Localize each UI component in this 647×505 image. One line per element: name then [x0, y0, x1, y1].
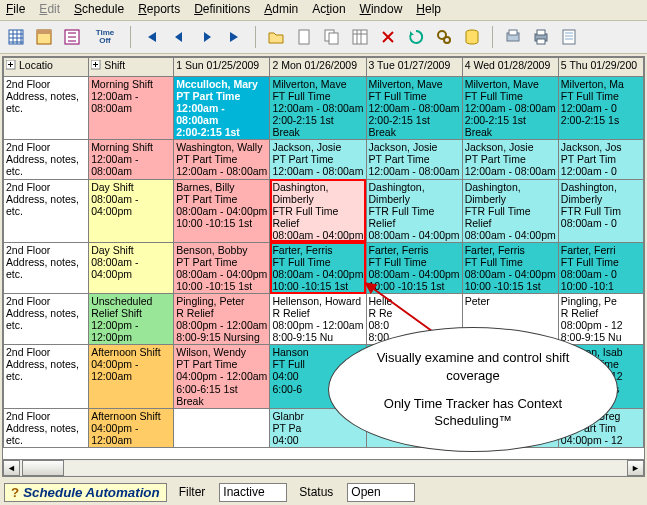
location-cell[interactable]: 2nd FloorAddress, notes,etc. — [4, 345, 89, 408]
menu-help[interactable]: Help — [416, 2, 441, 16]
location-cell[interactable]: 2nd FloorAddress, notes,etc. — [4, 294, 89, 345]
svg-point-9 — [444, 37, 450, 43]
filter-input[interactable] — [219, 483, 287, 502]
print-icon[interactable] — [529, 25, 553, 49]
shift-cell[interactable]: Unscheduled Relief Shift12:00pm -12:00pm — [89, 294, 174, 345]
assignment-cell[interactable]: Pingling, PeR Relief08:00pm - 128:00-9:1… — [558, 294, 643, 345]
assignment-cell[interactable]: Farter, FerrisFT Full Time08:00am - 04:0… — [462, 242, 558, 293]
toolbar-separator — [130, 26, 131, 48]
scroll-thumb[interactable] — [22, 460, 64, 476]
folder-open-icon[interactable] — [264, 25, 288, 49]
col-header-day-5[interactable]: 5 Thu 01/29/200 — [558, 58, 643, 77]
assignment-cell[interactable]: Milverton, MaFT Full Time12:00am - 02:00… — [558, 77, 643, 140]
calendar-month-icon[interactable] — [60, 25, 84, 49]
menu-edit[interactable]: Edit — [39, 2, 60, 16]
expand-icon[interactable] — [6, 60, 16, 70]
toolbar-separator — [492, 26, 493, 48]
assignment-cell[interactable]: Benson, BobbyPT Part Time08:00am - 04:00… — [174, 242, 270, 293]
calendar-grid-icon[interactable] — [4, 25, 28, 49]
assignment-cell[interactable]: Dashington,DimberlyFTR Full Tim08:00am -… — [558, 179, 643, 242]
menu-schedule[interactable]: Schedule — [74, 2, 124, 16]
shift-cell[interactable]: Day Shift08:00am -04:00pm — [89, 242, 174, 293]
menu-admin[interactable]: Admin — [264, 2, 298, 16]
col-header-day-1[interactable]: 1 Sun 01/25/2009 — [174, 58, 270, 77]
assignment-cell[interactable]: Wilson, WendyPT Part Time04:00pm - 12:00… — [174, 345, 270, 408]
assignment-cell[interactable]: Mcculloch, MaryPT Part Time12:00am - 08:… — [174, 77, 270, 140]
assignment-cell[interactable]: Milverton, MaveFT Full Time12:00am - 08:… — [366, 77, 462, 140]
nav-prev-icon[interactable] — [167, 25, 191, 49]
col-header-shift[interactable]: Shift — [89, 58, 174, 77]
assignment-cell[interactable]: Milverton, MaveFT Full Time12:00am - 08:… — [270, 77, 366, 140]
scroll-track[interactable] — [20, 461, 627, 475]
col-header-location[interactable]: Locatio — [4, 58, 89, 77]
menu-definitions[interactable]: Definitions — [194, 2, 250, 16]
assignment-cell[interactable] — [174, 408, 270, 447]
menubar: File Edit Schedule Reports Definitions A… — [0, 0, 647, 21]
schedule-grid-container: Locatio Shift 1 Sun 01/25/2009 2 Mon 01/… — [2, 56, 645, 460]
copy-icon[interactable] — [320, 25, 344, 49]
menu-file[interactable]: File — [6, 2, 25, 16]
assignment-cell[interactable]: Dashington, DimberlyFTR Full Time Relief… — [270, 179, 366, 242]
menu-window[interactable]: Window — [360, 2, 403, 16]
status-input[interactable] — [347, 483, 415, 502]
location-cell[interactable]: 2nd FloorAddress, notes,etc. — [4, 77, 89, 140]
schedule-row: 2nd FloorAddress, notes,etc.Day Shift08:… — [4, 179, 644, 242]
footer-bar: ? Schedule Automation Filter Status — [0, 477, 647, 505]
menu-reports[interactable]: Reports — [138, 2, 180, 16]
new-doc-icon[interactable] — [292, 25, 316, 49]
assignment-cell[interactable]: Dashington, DimberlyFTR Full Time Relief… — [462, 179, 558, 242]
horizontal-scrollbar[interactable]: ◄ ► — [2, 460, 645, 477]
nav-last-icon[interactable] — [223, 25, 247, 49]
assignment-cell[interactable]: Dashington, DimberlyFTR Full Time Relief… — [366, 179, 462, 242]
scroll-right-icon[interactable]: ► — [627, 460, 644, 476]
callout-line2: Only Time Tracker has Context Scheduling… — [357, 395, 589, 430]
calendar2-icon[interactable] — [348, 25, 372, 49]
col-header-day-3[interactable]: 3 Tue 01/27/2009 — [366, 58, 462, 77]
shift-cell[interactable]: Morning Shift12:00am -08:00am — [89, 140, 174, 179]
time-off-icon[interactable]: Time Off — [88, 25, 122, 49]
assignment-cell[interactable]: Hellenson, HowardR Relief08:00pm - 12:00… — [270, 294, 366, 345]
schedule-row: 2nd FloorAddress, notes,etc.Day Shift08:… — [4, 242, 644, 293]
calendar-day-icon[interactable] — [32, 25, 56, 49]
menu-action[interactable]: Action — [312, 2, 345, 16]
schedule-row: 2nd FloorAddress, notes,etc.Morning Shif… — [4, 77, 644, 140]
location-cell[interactable]: 2nd FloorAddress, notes,etc. — [4, 140, 89, 179]
expand-icon[interactable] — [91, 60, 101, 70]
assignment-cell[interactable]: Farter, FerrisFT Full Time08:00am - 04:0… — [270, 242, 366, 293]
col-header-day-2[interactable]: 2 Mon 01/26/2009 — [270, 58, 366, 77]
svg-rect-16 — [563, 30, 575, 44]
shift-cell[interactable]: Day Shift08:00am -04:00pm — [89, 179, 174, 242]
location-cell[interactable]: 2nd FloorAddress, notes,etc. — [4, 179, 89, 242]
location-cell[interactable]: 2nd FloorAddress, notes,etc. — [4, 408, 89, 447]
shift-cell[interactable]: Morning Shift12:00am -08:00am — [89, 77, 174, 140]
delete-icon[interactable] — [376, 25, 400, 49]
assignment-cell[interactable]: Jackson, JosiePT Part Time12:00am - 08:0… — [270, 140, 366, 179]
schedule-row: 2nd FloorAddress, notes,etc.Morning Shif… — [4, 140, 644, 179]
shift-cell[interactable]: Afternoon Shift04:00pm -12:00am — [89, 345, 174, 408]
schedule-automation-button[interactable]: ? Schedule Automation — [4, 483, 167, 502]
assignment-cell[interactable]: Farter, FerriFT Full Time08:00am - 010:0… — [558, 242, 643, 293]
col-header-day-4[interactable]: 4 Wed 01/28/2009 — [462, 58, 558, 77]
form-icon[interactable] — [557, 25, 581, 49]
gears-icon[interactable] — [432, 25, 456, 49]
assignment-cell[interactable]: Jackson, JosiePT Part Time12:00am - 08:0… — [366, 140, 462, 179]
print-preview-icon[interactable] — [501, 25, 525, 49]
svg-rect-14 — [537, 30, 545, 35]
callout-bubble: Visually examine and control shift cover… — [328, 327, 618, 452]
assignment-cell[interactable]: Washington, WallyPT Part Time12:00am - 0… — [174, 140, 270, 179]
nav-first-icon[interactable] — [139, 25, 163, 49]
assignment-cell[interactable]: Jackson, JosPT Part Tim12:00am - 0 — [558, 140, 643, 179]
assignment-cell[interactable]: Pingling, PeterR Relief08:00pm - 12:00am… — [174, 294, 270, 345]
assignment-cell[interactable]: Barnes, BillyPT Part Time08:00am - 04:00… — [174, 179, 270, 242]
shift-cell[interactable]: Afternoon Shift04:00pm -12:00am — [89, 408, 174, 447]
refresh-icon[interactable] — [404, 25, 428, 49]
assignment-cell[interactable]: Jackson, JosiePT Part Time12:00am - 08:0… — [462, 140, 558, 179]
nav-next-icon[interactable] — [195, 25, 219, 49]
svg-rect-12 — [509, 30, 517, 35]
location-cell[interactable]: 2nd FloorAddress, notes,etc. — [4, 242, 89, 293]
svg-rect-15 — [537, 39, 545, 44]
assignment-cell[interactable]: Milverton, MaveFT Full Time12:00am - 08:… — [462, 77, 558, 140]
toolbar-separator — [255, 26, 256, 48]
scroll-left-icon[interactable]: ◄ — [3, 460, 20, 476]
db-icon[interactable] — [460, 25, 484, 49]
